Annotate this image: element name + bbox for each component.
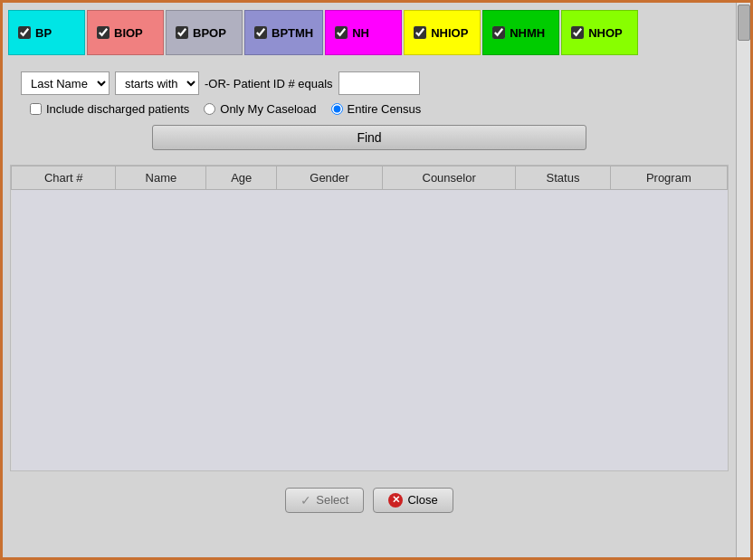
or-label: -OR- Patient ID # equals bbox=[205, 77, 333, 90]
program-label-biop: BIOP bbox=[114, 26, 143, 40]
program-checkbox-bp[interactable] bbox=[18, 26, 31, 39]
find-button-wrap: Find bbox=[21, 125, 718, 150]
close-button-label: Close bbox=[407, 493, 437, 507]
col-name: Name bbox=[116, 166, 206, 190]
program-chip-nhop[interactable]: NHOP bbox=[561, 10, 638, 55]
program-label-bptmh: BPTMH bbox=[272, 26, 313, 40]
program-label-nh: NH bbox=[352, 26, 369, 40]
select-button[interactable]: ✓ Select bbox=[285, 488, 364, 513]
include-discharged-text: Include discharged patients bbox=[46, 102, 189, 116]
program-label-nhmh: NHMH bbox=[510, 26, 545, 40]
program-checkbox-nhop[interactable] bbox=[571, 26, 584, 39]
search-condition-select[interactable]: starts with equals contains bbox=[115, 71, 199, 95]
search-row2: Include discharged patients Only My Case… bbox=[21, 102, 718, 116]
program-checkbox-nhmh[interactable] bbox=[492, 26, 505, 39]
col-gender: Gender bbox=[277, 166, 383, 190]
search-area: Last Name First Name Chart # starts with… bbox=[3, 62, 736, 159]
table-header-row: Chart # Name Age Gender Counselor Status… bbox=[12, 166, 728, 190]
search-row1: Last Name First Name Chart # starts with… bbox=[21, 71, 718, 95]
include-discharged-label[interactable]: Include discharged patients bbox=[30, 102, 189, 116]
program-label-nhop: NHOP bbox=[588, 26, 623, 40]
col-age: Age bbox=[206, 166, 277, 190]
search-field-select[interactable]: Last Name First Name Chart # bbox=[21, 71, 110, 95]
entire-census-label[interactable]: Entire Census bbox=[331, 102, 422, 116]
scrollbar-thumb[interactable] bbox=[738, 5, 750, 41]
col-program: Program bbox=[610, 166, 727, 190]
col-status: Status bbox=[516, 166, 610, 190]
program-chip-bptmh[interactable]: BPTMH bbox=[244, 10, 323, 55]
find-button[interactable]: Find bbox=[152, 125, 586, 150]
only-my-caseload-label[interactable]: Only My Caseload bbox=[204, 102, 316, 116]
program-checkbox-nhiop[interactable] bbox=[414, 26, 426, 39]
scrollbar[interactable] bbox=[736, 3, 750, 557]
program-checkbox-biop[interactable] bbox=[97, 26, 110, 39]
entire-census-radio[interactable] bbox=[331, 103, 343, 115]
program-checkbox-bptmh[interactable] bbox=[254, 26, 267, 39]
col-chart-number: Chart # bbox=[12, 166, 116, 190]
program-label-bp: BP bbox=[35, 26, 52, 40]
program-chip-nhmh[interactable]: NHMH bbox=[482, 10, 559, 55]
entire-census-text: Entire Census bbox=[348, 102, 422, 116]
include-discharged-checkbox[interactable] bbox=[30, 103, 42, 115]
checkmark-icon: ✓ bbox=[300, 493, 311, 508]
x-icon: ✕ bbox=[388, 493, 403, 508]
main-dialog: BP BIOP BPOP BPTMH NH NHIOP bbox=[0, 0, 753, 560]
program-filter-row: BP BIOP BPOP BPTMH NH NHIOP bbox=[3, 3, 736, 62]
program-chip-biop[interactable]: BIOP bbox=[87, 10, 164, 55]
program-chip-nh[interactable]: NH bbox=[325, 10, 402, 55]
bottom-bar: ✓ Select ✕ Close bbox=[3, 477, 736, 524]
program-checkbox-bpop[interactable] bbox=[176, 26, 188, 39]
program-label-nhiop: NHIOP bbox=[431, 26, 468, 40]
program-chip-bp[interactable]: BP bbox=[8, 10, 85, 55]
results-table: Chart # Name Age Gender Counselor Status… bbox=[11, 166, 728, 470]
program-checkbox-nh[interactable] bbox=[335, 26, 348, 39]
select-button-label: Select bbox=[316, 493, 348, 507]
close-button[interactable]: ✕ Close bbox=[373, 488, 453, 513]
col-counselor: Counselor bbox=[382, 166, 516, 190]
empty-row bbox=[12, 190, 728, 470]
program-chip-bpop[interactable]: BPOP bbox=[166, 10, 243, 55]
patient-id-input[interactable] bbox=[338, 71, 420, 95]
dialog-content: BP BIOP BPOP BPTMH NH NHIOP bbox=[3, 3, 736, 557]
only-my-caseload-text: Only My Caseload bbox=[220, 102, 316, 116]
program-label-bpop: BPOP bbox=[193, 26, 226, 40]
program-chip-nhiop[interactable]: NHIOP bbox=[404, 10, 481, 55]
results-table-container: Chart # Name Age Gender Counselor Status… bbox=[10, 165, 729, 471]
table-body bbox=[12, 190, 728, 470]
only-my-caseload-radio[interactable] bbox=[204, 103, 215, 115]
